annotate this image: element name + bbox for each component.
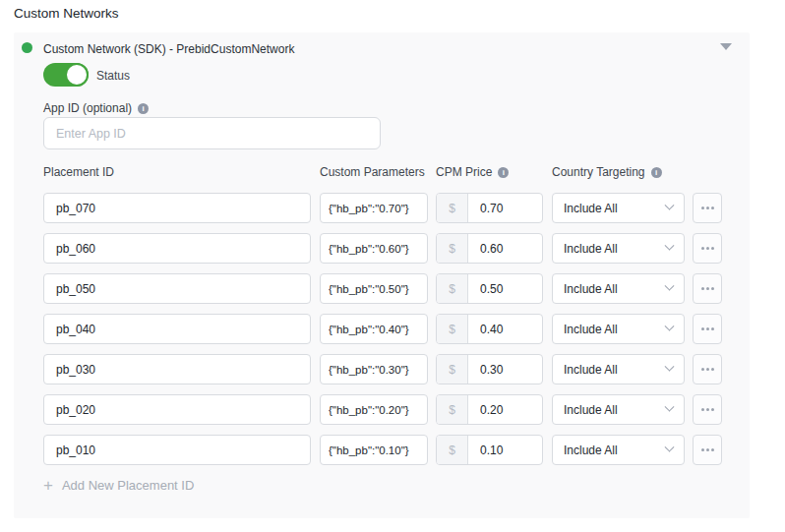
column-header-text: Custom Parameters (320, 165, 425, 179)
currency-symbol: $ (437, 355, 468, 384)
custom-parameters-input[interactable] (320, 435, 428, 465)
country-targeting-select[interactable]: Include All (552, 273, 685, 304)
more-options-button[interactable] (693, 435, 722, 465)
cpm-price-input[interactable] (468, 274, 542, 303)
currency-symbol: $ (437, 395, 468, 424)
placement-id-input[interactable] (43, 435, 311, 465)
currency-symbol: $ (437, 315, 468, 343)
status-toggle[interactable] (43, 63, 89, 87)
cpm-price-input[interactable] (468, 315, 542, 343)
chevron-down-icon (665, 443, 675, 452)
cpm-price-input[interactable] (468, 436, 542, 464)
app-id-input[interactable] (43, 117, 381, 149)
toggle-knob (65, 63, 89, 87)
placement-row: $ Include All (43, 354, 722, 384)
add-placement-button[interactable]: + Add New Placement ID (43, 477, 194, 494)
chevron-down-icon (665, 362, 675, 372)
placement-row: $ Include All (43, 273, 722, 304)
status-label: Status (96, 69, 130, 83)
country-targeting-value: Include All (564, 323, 618, 336)
add-placement-label: Add New Placement ID (62, 478, 194, 493)
chevron-down-icon (665, 241, 675, 251)
country-targeting-value: Include All (564, 443, 618, 457)
more-options-button[interactable] (693, 314, 722, 344)
cpm-price-field: $ (436, 394, 543, 425)
page-title: Custom Networks (14, 6, 119, 21)
cpm-price-field: $ (436, 233, 543, 264)
more-options-icon (701, 368, 714, 371)
more-options-icon (701, 207, 714, 209)
custom-parameters-input[interactable] (320, 394, 428, 425)
country-targeting-select[interactable]: Include All (552, 233, 685, 264)
currency-symbol: $ (437, 274, 468, 303)
column-header-text: Placement ID (43, 165, 114, 179)
country-targeting-value: Include All (564, 242, 618, 256)
more-options-icon (701, 287, 714, 290)
column-header-custom-parameters: Custom Parameters (320, 165, 428, 179)
custom-parameters-input[interactable] (320, 233, 428, 264)
cpm-price-field: $ (436, 273, 543, 304)
custom-parameters-input[interactable] (320, 273, 428, 304)
more-options-icon (701, 408, 714, 411)
cpm-price-field: $ (436, 314, 543, 344)
placement-id-input[interactable] (43, 314, 311, 344)
collapse-caret-icon[interactable] (720, 43, 732, 50)
country-targeting-select[interactable]: Include All (552, 394, 685, 425)
placement-id-input[interactable] (43, 233, 311, 264)
country-targeting-select[interactable]: Include All (552, 354, 685, 384)
more-options-icon (701, 448, 714, 451)
placement-row: $ Include All (43, 314, 722, 344)
network-title: Custom Network (SDK) - PrebidCustomNetwo… (43, 42, 294, 56)
plus-icon: + (43, 477, 53, 494)
placement-id-input[interactable] (43, 193, 311, 223)
placement-id-input[interactable] (43, 273, 311, 304)
info-icon[interactable]: i (498, 167, 509, 178)
network-status-dot-icon (22, 42, 32, 53)
app-id-label-text: App ID (optional) (43, 101, 132, 115)
more-options-button[interactable] (693, 354, 722, 384)
more-options-icon (701, 247, 714, 250)
info-icon[interactable]: i (651, 167, 662, 178)
app-id-label: App ID (optional) i (43, 101, 149, 115)
country-targeting-select[interactable]: Include All (552, 435, 685, 465)
custom-networks-page: Custom Networks Custom Network (SDK) - P… (0, 0, 785, 532)
country-targeting-value: Include All (564, 282, 618, 296)
placement-row: $ Include All (43, 233, 722, 264)
placement-id-input[interactable] (43, 394, 311, 425)
table-column-headers: Placement ID Custom Parameters CPM Price… (43, 165, 693, 179)
chevron-down-icon (665, 322, 675, 331)
info-icon[interactable]: i (138, 103, 149, 114)
country-targeting-select[interactable]: Include All (552, 193, 685, 223)
currency-symbol: $ (437, 234, 468, 263)
cpm-price-field: $ (436, 435, 543, 465)
more-options-button[interactable] (693, 394, 722, 425)
placement-id-input[interactable] (43, 354, 311, 384)
more-options-icon (701, 327, 714, 330)
placement-row: $ Include All (43, 394, 722, 425)
country-targeting-value: Include All (564, 363, 618, 377)
country-targeting-select[interactable]: Include All (552, 314, 685, 344)
cpm-price-input[interactable] (468, 194, 542, 222)
column-header-country-targeting: Country Targeting i (552, 165, 685, 179)
column-header-placement-id: Placement ID (43, 165, 311, 179)
chevron-down-icon (665, 201, 675, 210)
custom-parameters-input[interactable] (320, 314, 428, 344)
custom-network-panel: Custom Network (SDK) - PrebidCustomNetwo… (14, 32, 750, 518)
column-header-text: CPM Price (436, 165, 492, 179)
cpm-price-input[interactable] (468, 395, 542, 424)
placement-row: $ Include All (43, 435, 722, 465)
cpm-price-input[interactable] (468, 234, 542, 263)
chevron-down-icon (665, 402, 675, 412)
more-options-button[interactable] (693, 193, 722, 223)
cpm-price-input[interactable] (468, 355, 542, 384)
more-options-button[interactable] (693, 273, 722, 304)
placement-row: $ Include All (43, 193, 722, 223)
custom-parameters-input[interactable] (320, 193, 428, 223)
column-header-text: Country Targeting (552, 165, 645, 179)
currency-symbol: $ (437, 436, 468, 464)
custom-parameters-input[interactable] (320, 354, 428, 384)
cpm-price-field: $ (436, 193, 543, 223)
more-options-button[interactable] (693, 233, 722, 264)
country-targeting-value: Include All (564, 202, 618, 215)
cpm-price-field: $ (436, 354, 543, 384)
